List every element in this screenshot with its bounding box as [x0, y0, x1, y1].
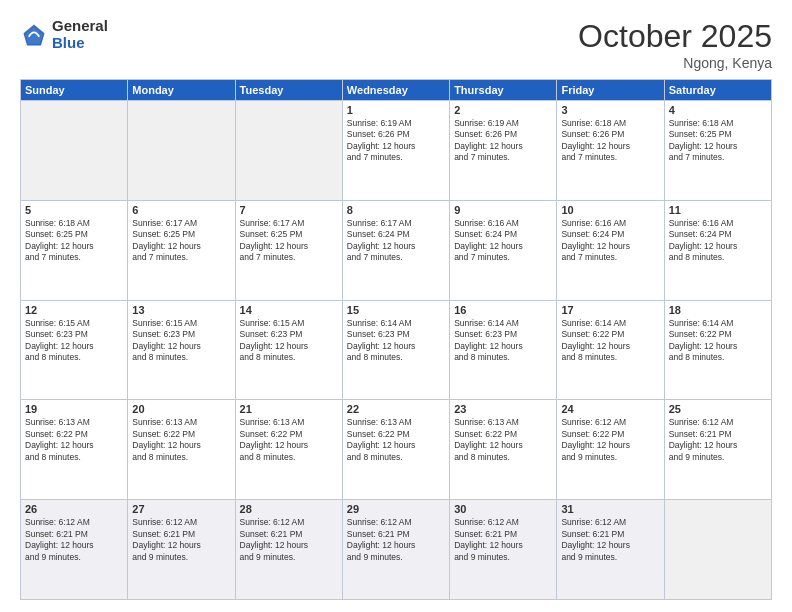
page: General Blue October 2025 Ngong, Kenya S…: [0, 0, 792, 612]
table-row: 20Sunrise: 6:13 AM Sunset: 6:22 PM Dayli…: [128, 400, 235, 500]
day-info: Sunrise: 6:17 AM Sunset: 6:25 PM Dayligh…: [132, 218, 230, 264]
day-number: 3: [561, 104, 659, 116]
table-row: 5Sunrise: 6:18 AM Sunset: 6:25 PM Daylig…: [21, 200, 128, 300]
col-saturday: Saturday: [664, 80, 771, 101]
table-row: 23Sunrise: 6:13 AM Sunset: 6:22 PM Dayli…: [450, 400, 557, 500]
table-row: 10Sunrise: 6:16 AM Sunset: 6:24 PM Dayli…: [557, 200, 664, 300]
day-number: 16: [454, 304, 552, 316]
day-info: Sunrise: 6:12 AM Sunset: 6:22 PM Dayligh…: [561, 417, 659, 463]
col-monday: Monday: [128, 80, 235, 101]
logo-general-text: General: [52, 18, 108, 35]
table-row: 3Sunrise: 6:18 AM Sunset: 6:26 PM Daylig…: [557, 101, 664, 201]
day-info: Sunrise: 6:13 AM Sunset: 6:22 PM Dayligh…: [240, 417, 338, 463]
calendar: Sunday Monday Tuesday Wednesday Thursday…: [20, 79, 772, 600]
day-number: 10: [561, 204, 659, 216]
day-number: 6: [132, 204, 230, 216]
day-info: Sunrise: 6:15 AM Sunset: 6:23 PM Dayligh…: [132, 318, 230, 364]
day-number: 19: [25, 403, 123, 415]
table-row: 8Sunrise: 6:17 AM Sunset: 6:24 PM Daylig…: [342, 200, 449, 300]
day-number: 17: [561, 304, 659, 316]
col-sunday: Sunday: [21, 80, 128, 101]
day-number: 21: [240, 403, 338, 415]
day-number: 7: [240, 204, 338, 216]
day-number: 15: [347, 304, 445, 316]
day-info: Sunrise: 6:18 AM Sunset: 6:26 PM Dayligh…: [561, 118, 659, 164]
table-row: 12Sunrise: 6:15 AM Sunset: 6:23 PM Dayli…: [21, 300, 128, 400]
table-row: 13Sunrise: 6:15 AM Sunset: 6:23 PM Dayli…: [128, 300, 235, 400]
table-row: 19Sunrise: 6:13 AM Sunset: 6:22 PM Dayli…: [21, 400, 128, 500]
day-number: 24: [561, 403, 659, 415]
month-title: October 2025: [578, 18, 772, 55]
day-number: 26: [25, 503, 123, 515]
day-info: Sunrise: 6:14 AM Sunset: 6:23 PM Dayligh…: [454, 318, 552, 364]
day-number: 20: [132, 403, 230, 415]
day-info: Sunrise: 6:16 AM Sunset: 6:24 PM Dayligh…: [561, 218, 659, 264]
day-number: 14: [240, 304, 338, 316]
day-info: Sunrise: 6:19 AM Sunset: 6:26 PM Dayligh…: [347, 118, 445, 164]
day-info: Sunrise: 6:17 AM Sunset: 6:25 PM Dayligh…: [240, 218, 338, 264]
table-row: 25Sunrise: 6:12 AM Sunset: 6:21 PM Dayli…: [664, 400, 771, 500]
day-number: 1: [347, 104, 445, 116]
day-info: Sunrise: 6:16 AM Sunset: 6:24 PM Dayligh…: [669, 218, 767, 264]
day-info: Sunrise: 6:12 AM Sunset: 6:21 PM Dayligh…: [454, 517, 552, 563]
day-number: 13: [132, 304, 230, 316]
day-info: Sunrise: 6:16 AM Sunset: 6:24 PM Dayligh…: [454, 218, 552, 264]
logo: General Blue: [20, 18, 108, 51]
table-row: 15Sunrise: 6:14 AM Sunset: 6:23 PM Dayli…: [342, 300, 449, 400]
logo-blue-text: Blue: [52, 35, 108, 52]
table-row: 30Sunrise: 6:12 AM Sunset: 6:21 PM Dayli…: [450, 500, 557, 600]
table-row: [664, 500, 771, 600]
day-info: Sunrise: 6:14 AM Sunset: 6:23 PM Dayligh…: [347, 318, 445, 364]
day-number: 31: [561, 503, 659, 515]
table-row: [235, 101, 342, 201]
table-row: 27Sunrise: 6:12 AM Sunset: 6:21 PM Dayli…: [128, 500, 235, 600]
table-row: 9Sunrise: 6:16 AM Sunset: 6:24 PM Daylig…: [450, 200, 557, 300]
day-number: 4: [669, 104, 767, 116]
day-info: Sunrise: 6:19 AM Sunset: 6:26 PM Dayligh…: [454, 118, 552, 164]
day-number: 27: [132, 503, 230, 515]
day-info: Sunrise: 6:13 AM Sunset: 6:22 PM Dayligh…: [454, 417, 552, 463]
table-row: 24Sunrise: 6:12 AM Sunset: 6:22 PM Dayli…: [557, 400, 664, 500]
day-number: 8: [347, 204, 445, 216]
day-number: 23: [454, 403, 552, 415]
day-info: Sunrise: 6:12 AM Sunset: 6:21 PM Dayligh…: [132, 517, 230, 563]
col-thursday: Thursday: [450, 80, 557, 101]
day-info: Sunrise: 6:12 AM Sunset: 6:21 PM Dayligh…: [347, 517, 445, 563]
day-info: Sunrise: 6:14 AM Sunset: 6:22 PM Dayligh…: [561, 318, 659, 364]
col-friday: Friday: [557, 80, 664, 101]
table-row: [21, 101, 128, 201]
day-info: Sunrise: 6:15 AM Sunset: 6:23 PM Dayligh…: [240, 318, 338, 364]
day-number: 12: [25, 304, 123, 316]
table-row: 21Sunrise: 6:13 AM Sunset: 6:22 PM Dayli…: [235, 400, 342, 500]
day-info: Sunrise: 6:14 AM Sunset: 6:22 PM Dayligh…: [669, 318, 767, 364]
col-wednesday: Wednesday: [342, 80, 449, 101]
day-number: 18: [669, 304, 767, 316]
table-row: 4Sunrise: 6:18 AM Sunset: 6:25 PM Daylig…: [664, 101, 771, 201]
day-number: 25: [669, 403, 767, 415]
table-row: 7Sunrise: 6:17 AM Sunset: 6:25 PM Daylig…: [235, 200, 342, 300]
day-info: Sunrise: 6:12 AM Sunset: 6:21 PM Dayligh…: [561, 517, 659, 563]
location: Ngong, Kenya: [578, 55, 772, 71]
calendar-week-row: 5Sunrise: 6:18 AM Sunset: 6:25 PM Daylig…: [21, 200, 772, 300]
header: General Blue October 2025 Ngong, Kenya: [20, 18, 772, 71]
table-row: 31Sunrise: 6:12 AM Sunset: 6:21 PM Dayli…: [557, 500, 664, 600]
day-number: 5: [25, 204, 123, 216]
day-info: Sunrise: 6:12 AM Sunset: 6:21 PM Dayligh…: [669, 417, 767, 463]
day-number: 2: [454, 104, 552, 116]
table-row: 26Sunrise: 6:12 AM Sunset: 6:21 PM Dayli…: [21, 500, 128, 600]
day-number: 28: [240, 503, 338, 515]
table-row: 22Sunrise: 6:13 AM Sunset: 6:22 PM Dayli…: [342, 400, 449, 500]
day-info: Sunrise: 6:15 AM Sunset: 6:23 PM Dayligh…: [25, 318, 123, 364]
day-number: 22: [347, 403, 445, 415]
table-row: 11Sunrise: 6:16 AM Sunset: 6:24 PM Dayli…: [664, 200, 771, 300]
table-row: 2Sunrise: 6:19 AM Sunset: 6:26 PM Daylig…: [450, 101, 557, 201]
day-info: Sunrise: 6:12 AM Sunset: 6:21 PM Dayligh…: [240, 517, 338, 563]
logo-icon: [20, 21, 48, 49]
day-info: Sunrise: 6:12 AM Sunset: 6:21 PM Dayligh…: [25, 517, 123, 563]
calendar-header-row: Sunday Monday Tuesday Wednesday Thursday…: [21, 80, 772, 101]
table-row: 16Sunrise: 6:14 AM Sunset: 6:23 PM Dayli…: [450, 300, 557, 400]
day-number: 11: [669, 204, 767, 216]
table-row: 28Sunrise: 6:12 AM Sunset: 6:21 PM Dayli…: [235, 500, 342, 600]
table-row: [128, 101, 235, 201]
day-info: Sunrise: 6:13 AM Sunset: 6:22 PM Dayligh…: [132, 417, 230, 463]
